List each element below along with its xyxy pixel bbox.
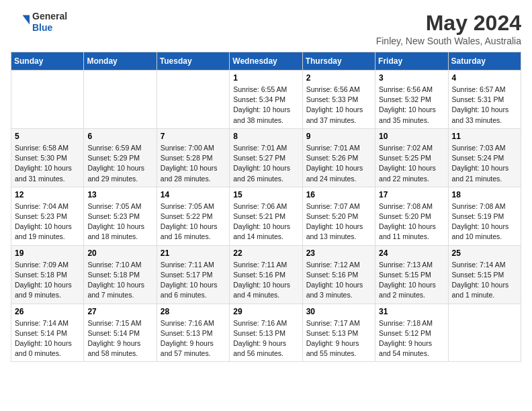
svg-marker-0 [23,15,30,24]
day-info: Sunrise: 7:11 AM Sunset: 5:17 PM Dayligh… [161,260,226,301]
column-header-friday: Friday [375,52,448,71]
day-info: Sunrise: 6:55 AM Sunset: 5:34 PM Dayligh… [233,85,298,126]
day-info: Sunrise: 7:10 AM Sunset: 5:18 PM Dayligh… [87,260,152,301]
column-header-monday: Monday [84,52,157,71]
calendar-cell: 2Sunrise: 6:56 AM Sunset: 5:33 PM Daylig… [302,71,375,129]
column-header-thursday: Thursday [302,52,375,71]
day-number: 31 [379,307,444,316]
day-number: 16 [306,190,371,199]
day-info: Sunrise: 7:15 AM Sunset: 5:14 PM Dayligh… [87,318,152,359]
day-number: 20 [87,248,152,258]
day-info: Sunrise: 7:02 AM Sunset: 5:25 PM Dayligh… [379,143,444,184]
day-number: 25 [452,248,517,258]
logo-icon [11,13,30,32]
day-number: 8 [233,132,298,141]
calendar-cell [448,304,521,362]
calendar-cell: 30Sunrise: 7:17 AM Sunset: 5:13 PM Dayli… [302,304,375,362]
day-info: Sunrise: 7:07 AM Sunset: 5:20 PM Dayligh… [306,201,371,242]
day-info: Sunrise: 7:08 AM Sunset: 5:20 PM Dayligh… [379,201,444,242]
day-number: 23 [306,248,371,258]
calendar-cell: 21Sunrise: 7:11 AM Sunset: 5:17 PM Dayli… [157,245,229,304]
calendar-cell: 13Sunrise: 7:05 AM Sunset: 5:23 PM Dayli… [84,187,157,245]
day-info: Sunrise: 7:01 AM Sunset: 5:27 PM Dayligh… [233,143,298,184]
calendar-cell: 22Sunrise: 7:11 AM Sunset: 5:16 PM Dayli… [230,245,302,304]
calendar-cell: 8Sunrise: 7:01 AM Sunset: 5:27 PM Daylig… [230,128,302,187]
column-header-saturday: Saturday [448,52,521,71]
calendar-cell: 1Sunrise: 6:55 AM Sunset: 5:34 PM Daylig… [230,71,302,129]
day-info: Sunrise: 7:05 AM Sunset: 5:22 PM Dayligh… [161,201,226,242]
day-number: 5 [15,132,80,141]
day-info: Sunrise: 7:14 AM Sunset: 5:14 PM Dayligh… [15,318,80,359]
location: Finley, New South Wales, Australia [376,36,521,46]
calendar-cell [84,71,157,129]
month-title: May 2024 [376,11,521,36]
day-number: 18 [452,190,517,199]
calendar-header-row: SundayMondayTuesdayWednesdayThursdayFrid… [11,52,521,71]
day-info: Sunrise: 7:11 AM Sunset: 5:16 PM Dayligh… [233,260,298,301]
day-number: 30 [306,307,371,316]
column-header-wednesday: Wednesday [230,52,302,71]
calendar-cell: 31Sunrise: 7:18 AM Sunset: 5:12 PM Dayli… [375,304,448,362]
calendar-cell: 20Sunrise: 7:10 AM Sunset: 5:18 PM Dayli… [84,245,157,304]
day-info: Sunrise: 7:03 AM Sunset: 5:24 PM Dayligh… [452,143,517,184]
column-header-sunday: Sunday [11,52,84,71]
calendar-cell: 4Sunrise: 6:57 AM Sunset: 5:31 PM Daylig… [448,71,521,129]
calendar-cell: 3Sunrise: 6:56 AM Sunset: 5:32 PM Daylig… [375,71,448,129]
day-info: Sunrise: 7:06 AM Sunset: 5:21 PM Dayligh… [233,201,298,242]
calendar-cell: 6Sunrise: 6:59 AM Sunset: 5:29 PM Daylig… [84,128,157,187]
day-number: 21 [161,248,226,258]
page-header: General Blue May 2024 Finley, New South … [11,11,521,46]
day-info: Sunrise: 7:13 AM Sunset: 5:15 PM Dayligh… [379,260,444,301]
calendar-cell: 23Sunrise: 7:12 AM Sunset: 5:16 PM Dayli… [302,245,375,304]
day-number: 13 [87,190,152,199]
day-info: Sunrise: 7:16 AM Sunset: 5:13 PM Dayligh… [161,318,226,359]
day-info: Sunrise: 7:12 AM Sunset: 5:16 PM Dayligh… [306,260,371,301]
day-info: Sunrise: 7:16 AM Sunset: 5:13 PM Dayligh… [233,318,298,359]
day-number: 4 [452,73,517,83]
day-info: Sunrise: 7:08 AM Sunset: 5:19 PM Dayligh… [452,201,517,242]
calendar-week-row: 19Sunrise: 7:09 AM Sunset: 5:18 PM Dayli… [11,245,521,304]
day-number: 14 [161,190,226,199]
calendar-week-row: 1Sunrise: 6:55 AM Sunset: 5:34 PM Daylig… [11,71,521,129]
day-info: Sunrise: 6:58 AM Sunset: 5:30 PM Dayligh… [15,143,80,184]
calendar-week-row: 5Sunrise: 6:58 AM Sunset: 5:30 PM Daylig… [11,128,521,187]
calendar-week-row: 12Sunrise: 7:04 AM Sunset: 5:23 PM Dayli… [11,187,521,245]
day-number: 1 [233,73,298,83]
day-number: 3 [379,73,444,83]
day-info: Sunrise: 6:56 AM Sunset: 5:32 PM Dayligh… [379,85,444,126]
day-number: 27 [87,307,152,316]
calendar-cell [157,71,229,129]
day-number: 12 [15,190,80,199]
calendar-cell: 15Sunrise: 7:06 AM Sunset: 5:21 PM Dayli… [230,187,302,245]
logo: General Blue [11,11,67,34]
day-number: 6 [87,132,152,141]
day-number: 2 [306,73,371,83]
day-number: 28 [161,307,226,316]
day-info: Sunrise: 7:05 AM Sunset: 5:23 PM Dayligh… [87,201,152,242]
day-info: Sunrise: 7:00 AM Sunset: 5:28 PM Dayligh… [161,143,226,184]
day-info: Sunrise: 7:09 AM Sunset: 5:18 PM Dayligh… [15,260,80,301]
logo-text: General Blue [32,11,67,34]
calendar-cell: 26Sunrise: 7:14 AM Sunset: 5:14 PM Dayli… [11,304,84,362]
calendar-cell: 19Sunrise: 7:09 AM Sunset: 5:18 PM Dayli… [11,245,84,304]
calendar-cell: 10Sunrise: 7:02 AM Sunset: 5:25 PM Dayli… [375,128,448,187]
day-info: Sunrise: 7:01 AM Sunset: 5:26 PM Dayligh… [306,143,371,184]
day-number: 29 [233,307,298,316]
day-info: Sunrise: 7:17 AM Sunset: 5:13 PM Dayligh… [306,318,371,359]
calendar-week-row: 26Sunrise: 7:14 AM Sunset: 5:14 PM Dayli… [11,304,521,362]
calendar-cell: 18Sunrise: 7:08 AM Sunset: 5:19 PM Dayli… [448,187,521,245]
day-number: 7 [161,132,226,141]
logo-general: General [32,11,67,22]
calendar-cell: 14Sunrise: 7:05 AM Sunset: 5:22 PM Dayli… [157,187,229,245]
calendar-cell: 28Sunrise: 7:16 AM Sunset: 5:13 PM Dayli… [157,304,229,362]
day-info: Sunrise: 6:56 AM Sunset: 5:33 PM Dayligh… [306,85,371,126]
day-number: 22 [233,248,298,258]
calendar-table: SundayMondayTuesdayWednesdayThursdayFrid… [11,52,521,362]
day-info: Sunrise: 6:59 AM Sunset: 5:29 PM Dayligh… [87,143,152,184]
day-number: 10 [379,132,444,141]
calendar-cell: 17Sunrise: 7:08 AM Sunset: 5:20 PM Dayli… [375,187,448,245]
calendar-cell: 16Sunrise: 7:07 AM Sunset: 5:20 PM Dayli… [302,187,375,245]
day-number: 15 [233,190,298,199]
calendar-cell [11,71,84,129]
day-number: 26 [15,307,80,316]
